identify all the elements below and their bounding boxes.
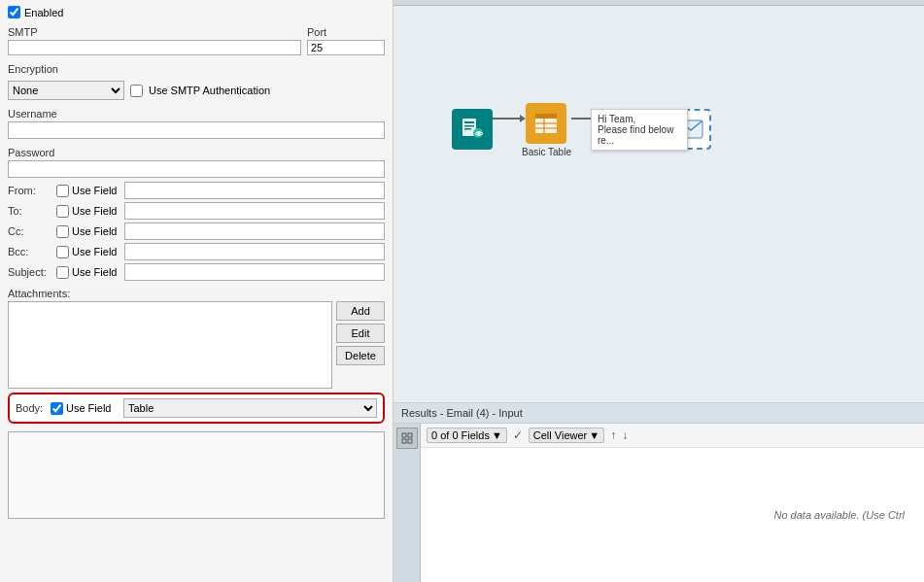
to-row: To: Use Field — [8, 202, 385, 220]
grid-icon — [401, 432, 413, 444]
fields-dropdown-arrow: ▼ — [492, 429, 502, 441]
bcc-use-field: Use Field — [56, 246, 124, 258]
password-label: Password — [8, 147, 385, 158]
enabled-checkbox[interactable] — [8, 6, 20, 18]
smtp-label: SMTP — [8, 26, 301, 38]
bcc-use-field-label: Use Field — [72, 246, 117, 257]
body-textarea[interactable] — [8, 431, 385, 519]
svg-rect-21 — [408, 439, 412, 443]
body-use-field-label: Use Field — [66, 402, 111, 414]
results-main: 0 of 0 Fields ▼ ✓ Cell Viewer ▼ ↑ ↓ No d… — [421, 424, 924, 582]
book-icon: 👁 — [459, 116, 486, 143]
cell-viewer-label: Cell Viewer — [533, 429, 587, 441]
cc-label: Cc: — [8, 225, 56, 237]
attachments-list — [8, 301, 332, 389]
bcc-label: Bcc: — [8, 246, 56, 257]
fields-dropdown[interactable]: 0 of 0 Fields ▼ — [427, 428, 507, 443]
node-1: 👁 — [452, 109, 493, 153]
to-input[interactable] — [124, 202, 385, 220]
port-label: Port — [307, 26, 385, 38]
cell-viewer-arrow: ▼ — [589, 429, 599, 441]
bcc-use-field-checkbox[interactable] — [56, 246, 69, 258]
port-col: Port — [307, 22, 385, 55]
svg-rect-18 — [402, 433, 406, 437]
tooltip-line1: Hi Team, — [598, 114, 681, 124]
left-panel: Enabled SMTP Port Encryption None SSL TL… — [0, 0, 394, 582]
to-label: To: — [8, 205, 56, 217]
right-panel: 👁 Basic Table — [394, 0, 924, 582]
from-input[interactable] — [124, 182, 385, 199]
vertical-toolbar — [394, 424, 421, 582]
from-use-field: Use Field — [56, 185, 124, 197]
cc-use-field-label: Use Field — [72, 225, 117, 237]
results-panel: Results - Email (4) - Input 0 of 0 Field… — [394, 402, 924, 582]
attachments-buttons: Add Edit Delete — [336, 301, 385, 389]
to-use-field-label: Use Field — [72, 205, 117, 217]
subject-row: Subject: Use Field — [8, 263, 385, 281]
attachments-label: Attachments: — [8, 288, 385, 299]
subject-use-field: Use Field — [56, 266, 124, 279]
body-use-field-checkbox[interactable] — [51, 402, 63, 415]
username-input[interactable] — [8, 121, 385, 139]
subject-use-field-checkbox[interactable] — [56, 266, 69, 279]
password-input[interactable] — [8, 160, 385, 178]
from-label: From: — [8, 185, 56, 196]
table-icon — [532, 110, 560, 137]
to-use-field: Use Field — [56, 205, 124, 218]
use-smtp-auth-checkbox[interactable] — [130, 85, 143, 97]
svg-rect-1 — [464, 121, 474, 123]
smtp-input[interactable] — [8, 40, 301, 55]
encryption-row: Encryption — [8, 59, 385, 77]
tooltip-line3: re... — [598, 135, 681, 146]
flow-container: 👁 Basic Table — [452, 103, 711, 157]
bcc-row: Bcc: Use Field — [8, 243, 385, 260]
body-field-select[interactable]: Table — [123, 398, 377, 418]
svg-text:👁: 👁 — [475, 130, 483, 139]
enabled-label: Enabled — [24, 7, 63, 18]
connector-1 — [493, 118, 522, 120]
up-arrow-icon[interactable]: ↑ — [610, 428, 616, 442]
cc-row: Cc: Use Field — [8, 223, 385, 240]
use-smtp-auth-label: Use SMTP Authentication — [149, 85, 270, 96]
vtb-button[interactable] — [396, 428, 418, 449]
results-toolbar: 0 of 0 Fields ▼ ✓ Cell Viewer ▼ ↑ ↓ — [421, 424, 924, 448]
subject-use-field-label: Use Field — [72, 266, 117, 278]
edit-button[interactable]: Edit — [336, 324, 385, 343]
body-label: Body: — [16, 402, 51, 414]
cc-use-field: Use Field — [56, 225, 124, 238]
results-content: No data available. (Use Ctrl — [421, 448, 924, 582]
results-inner: 0 of 0 Fields ▼ ✓ Cell Viewer ▼ ↑ ↓ No d… — [394, 424, 924, 582]
cc-use-field-checkbox[interactable] — [56, 225, 69, 238]
cell-viewer-dropdown[interactable]: Cell Viewer ▼ — [529, 428, 604, 443]
add-button[interactable]: Add — [336, 301, 385, 321]
delete-button[interactable]: Delete — [336, 346, 385, 365]
svg-rect-20 — [402, 439, 406, 443]
svg-rect-19 — [408, 433, 412, 437]
encryption-select[interactable]: None SSL TLS — [8, 81, 124, 100]
svg-rect-3 — [464, 128, 471, 130]
fields-label: 0 of 0 Fields — [431, 429, 490, 441]
node-1-icon[interactable]: 👁 — [452, 109, 493, 150]
username-label: Username — [8, 108, 385, 120]
node-2-icon[interactable] — [526, 103, 566, 144]
port-input[interactable] — [307, 40, 385, 55]
from-use-field-checkbox[interactable] — [56, 185, 69, 197]
node-2: Basic Table — [522, 103, 571, 157]
no-data-label: No data available. (Use Ctrl — [773, 509, 905, 521]
svg-rect-7 — [535, 114, 557, 119]
body-use-field: Use Field — [51, 402, 123, 415]
subject-input[interactable] — [124, 263, 385, 281]
smtp-col: SMTP — [8, 22, 301, 55]
to-use-field-checkbox[interactable] — [56, 205, 69, 218]
cc-input[interactable] — [124, 223, 385, 240]
svg-rect-2 — [464, 125, 474, 127]
enabled-row: Enabled — [8, 6, 385, 18]
encryption-controls: None SSL TLS Use SMTP Authentication — [8, 81, 385, 100]
node-3: Hi Team, Please find below re... — [600, 109, 641, 153]
down-arrow-icon[interactable]: ↓ — [622, 428, 628, 442]
from-use-field-label: Use Field — [72, 185, 117, 196]
bcc-input[interactable] — [124, 243, 385, 260]
attachments-area: Add Edit Delete — [8, 301, 385, 389]
results-header: Results - Email (4) - Input — [394, 403, 924, 424]
from-row: From: Use Field — [8, 182, 385, 199]
